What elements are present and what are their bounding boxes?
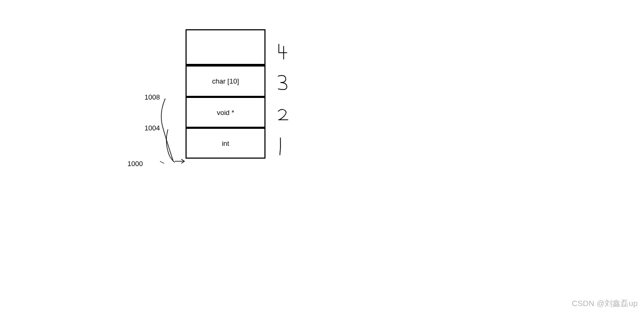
hand-number-2 [276,107,290,127]
address-1004: 1004 [144,124,160,132]
hand-number-4 [276,42,290,65]
address-1008: 1008 [144,93,160,101]
address-1000: 1000 [127,160,143,168]
csdn-watermark: CSDN @刘鑫磊up [571,299,638,309]
cell-1-label: int [222,139,229,147]
cell-2-label: void * [217,109,235,117]
cell-2: void * [186,97,265,128]
memory-stack: char [10] void * int [186,29,265,159]
hand-number-3 [276,73,290,96]
cell-4 [186,29,265,64]
cell-3-label: char [10] [212,77,239,85]
cell-1: int [186,128,265,159]
cell-3: char [10] [186,67,265,97]
hand-number-1 [276,136,287,161]
